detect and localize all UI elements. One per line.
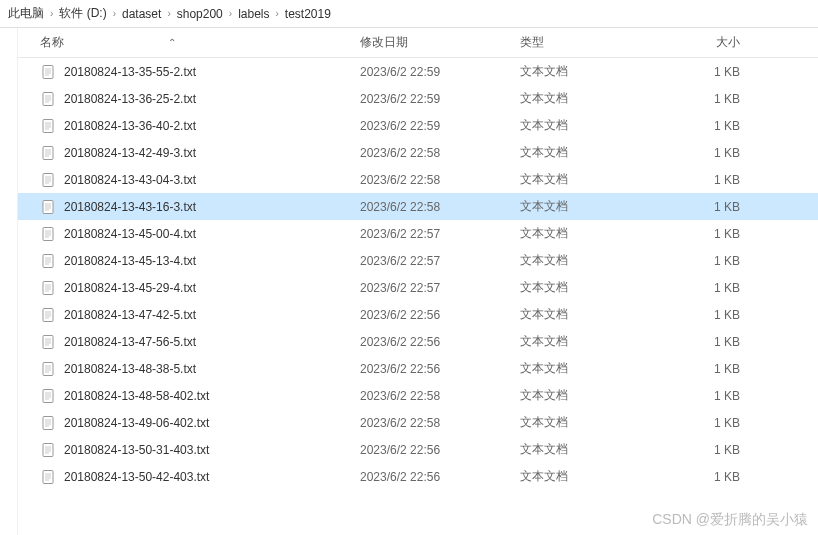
file-size: 1 KB — [660, 416, 760, 430]
file-row[interactable]: 20180824-13-48-58-402.txt 2023/6/2 22:58… — [0, 382, 818, 409]
file-date: 2023/6/2 22:58 — [360, 146, 520, 160]
file-row[interactable]: 20180824-13-49-06-402.txt 2023/6/2 22:58… — [0, 409, 818, 436]
file-type: 文本文档 — [520, 306, 660, 323]
file-name: 20180824-13-45-13-4.txt — [64, 254, 196, 268]
text-file-icon — [40, 199, 56, 215]
file-name: 20180824-13-36-40-2.txt — [64, 119, 196, 133]
chevron-right-icon: › — [167, 8, 170, 19]
svg-rect-10 — [43, 119, 53, 132]
file-row[interactable]: 20180824-13-45-00-4.txt 2023/6/2 22:57 文… — [0, 220, 818, 247]
file-name: 20180824-13-47-42-5.txt — [64, 308, 196, 322]
file-row[interactable]: 20180824-13-50-31-403.txt 2023/6/2 22:56… — [0, 436, 818, 463]
text-file-icon — [40, 334, 56, 350]
column-header-size[interactable]: 大小 — [660, 34, 760, 51]
breadcrumb-seg[interactable]: shop200 — [177, 7, 223, 21]
column-header-name[interactable]: 名称 ⌃ — [40, 34, 360, 51]
file-date: 2023/6/2 22:56 — [360, 308, 520, 322]
file-date: 2023/6/2 22:57 — [360, 254, 520, 268]
sort-indicator-icon: ⌃ — [168, 37, 176, 48]
text-file-icon — [40, 91, 56, 107]
svg-rect-50 — [43, 335, 53, 348]
svg-rect-35 — [43, 254, 53, 267]
file-row[interactable]: 20180824-13-42-49-3.txt 2023/6/2 22:58 文… — [0, 139, 818, 166]
file-type: 文本文档 — [520, 252, 660, 269]
file-size: 1 KB — [660, 254, 760, 268]
breadcrumb-seg[interactable]: test2019 — [285, 7, 331, 21]
file-row[interactable]: 20180824-13-48-38-5.txt 2023/6/2 22:56 文… — [0, 355, 818, 382]
file-type: 文本文档 — [520, 198, 660, 215]
file-size: 1 KB — [660, 362, 760, 376]
file-type: 文本文档 — [520, 144, 660, 161]
file-size: 1 KB — [660, 308, 760, 322]
sidebar-edge — [0, 28, 18, 535]
file-size: 1 KB — [660, 200, 760, 214]
file-date: 2023/6/2 22:56 — [360, 362, 520, 376]
file-size: 1 KB — [660, 443, 760, 457]
breadcrumb-seg[interactable]: 软件 (D:) — [59, 5, 106, 22]
file-date: 2023/6/2 22:58 — [360, 173, 520, 187]
svg-rect-60 — [43, 389, 53, 402]
file-row[interactable]: 20180824-13-50-42-403.txt 2023/6/2 22:56… — [0, 463, 818, 490]
file-name: 20180824-13-49-06-402.txt — [64, 416, 209, 430]
file-name: 20180824-13-50-31-403.txt — [64, 443, 209, 457]
file-row[interactable]: 20180824-13-45-29-4.txt 2023/6/2 22:57 文… — [0, 274, 818, 301]
breadcrumb-seg[interactable]: dataset — [122, 7, 161, 21]
svg-rect-45 — [43, 308, 53, 321]
svg-rect-20 — [43, 173, 53, 186]
chevron-right-icon: › — [113, 8, 116, 19]
text-file-icon — [40, 361, 56, 377]
svg-rect-0 — [43, 65, 53, 78]
svg-rect-40 — [43, 281, 53, 294]
breadcrumb-seg[interactable]: labels — [238, 7, 269, 21]
file-row[interactable]: 20180824-13-47-42-5.txt 2023/6/2 22:56 文… — [0, 301, 818, 328]
file-row[interactable]: 20180824-13-36-25-2.txt 2023/6/2 22:59 文… — [0, 85, 818, 112]
file-row[interactable]: 20180824-13-43-16-3.txt 2023/6/2 22:58 文… — [0, 193, 818, 220]
file-type: 文本文档 — [520, 63, 660, 80]
column-headers: 名称 ⌃ 修改日期 类型 大小 — [0, 28, 818, 58]
file-name: 20180824-13-43-16-3.txt — [64, 200, 196, 214]
file-row[interactable]: 20180824-13-36-40-2.txt 2023/6/2 22:59 文… — [0, 112, 818, 139]
text-file-icon — [40, 118, 56, 134]
svg-rect-65 — [43, 416, 53, 429]
text-file-icon — [40, 280, 56, 296]
file-type: 文本文档 — [520, 414, 660, 431]
file-row[interactable]: 20180824-13-43-04-3.txt 2023/6/2 22:58 文… — [0, 166, 818, 193]
file-size: 1 KB — [660, 173, 760, 187]
text-file-icon — [40, 226, 56, 242]
chevron-right-icon: › — [229, 8, 232, 19]
file-date: 2023/6/2 22:59 — [360, 65, 520, 79]
breadcrumb-seg[interactable]: 此电脑 — [8, 5, 44, 22]
file-type: 文本文档 — [520, 387, 660, 404]
file-size: 1 KB — [660, 335, 760, 349]
file-name: 20180824-13-48-58-402.txt — [64, 389, 209, 403]
file-size: 1 KB — [660, 65, 760, 79]
column-header-date[interactable]: 修改日期 — [360, 34, 520, 51]
file-name: 20180824-13-48-38-5.txt — [64, 362, 196, 376]
column-header-type[interactable]: 类型 — [520, 34, 660, 51]
breadcrumb[interactable]: 此电脑 › 软件 (D:) › dataset › shop200 › labe… — [0, 0, 818, 28]
file-type: 文本文档 — [520, 441, 660, 458]
svg-rect-75 — [43, 470, 53, 483]
file-date: 2023/6/2 22:56 — [360, 443, 520, 457]
text-file-icon — [40, 145, 56, 161]
svg-rect-15 — [43, 146, 53, 159]
file-name: 20180824-13-47-56-5.txt — [64, 335, 196, 349]
file-row[interactable]: 20180824-13-45-13-4.txt 2023/6/2 22:57 文… — [0, 247, 818, 274]
file-date: 2023/6/2 22:59 — [360, 119, 520, 133]
file-type: 文本文档 — [520, 225, 660, 242]
file-date: 2023/6/2 22:58 — [360, 416, 520, 430]
file-date: 2023/6/2 22:57 — [360, 227, 520, 241]
file-name: 20180824-13-42-49-3.txt — [64, 146, 196, 160]
text-file-icon — [40, 64, 56, 80]
file-size: 1 KB — [660, 470, 760, 484]
file-type: 文本文档 — [520, 279, 660, 296]
file-size: 1 KB — [660, 281, 760, 295]
file-row[interactable]: 20180824-13-47-56-5.txt 2023/6/2 22:56 文… — [0, 328, 818, 355]
file-date: 2023/6/2 22:57 — [360, 281, 520, 295]
text-file-icon — [40, 415, 56, 431]
file-date: 2023/6/2 22:58 — [360, 389, 520, 403]
text-file-icon — [40, 469, 56, 485]
file-list[interactable]: 20180824-13-35-55-2.txt 2023/6/2 22:59 文… — [0, 58, 818, 535]
text-file-icon — [40, 253, 56, 269]
file-row[interactable]: 20180824-13-35-55-2.txt 2023/6/2 22:59 文… — [0, 58, 818, 85]
